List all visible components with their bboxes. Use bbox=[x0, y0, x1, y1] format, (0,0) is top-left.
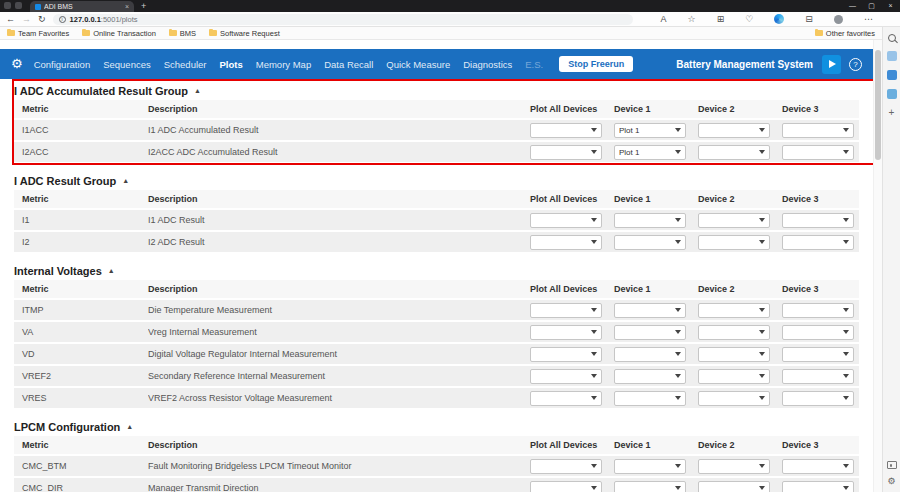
other-favorites[interactable]: Other favorites bbox=[815, 29, 875, 38]
plot-all-devices-dropdown[interactable] bbox=[530, 459, 602, 474]
favorites-bar-item[interactable]: Software Request bbox=[209, 29, 280, 38]
site-info-icon[interactable]: i bbox=[59, 16, 66, 23]
maximize-button[interactable]: ▢ bbox=[862, 0, 881, 12]
chevron-down-icon bbox=[675, 308, 681, 312]
copilot-icon[interactable] bbox=[774, 14, 784, 24]
tab-actions-icon[interactable] bbox=[15, 2, 22, 9]
nav-item-e-s[interactable]: E.S. bbox=[525, 59, 543, 70]
device-3-dropdown[interactable] bbox=[782, 391, 854, 406]
nav-item-plots[interactable]: Plots bbox=[220, 59, 243, 70]
plot-all-devices-dropdown[interactable] bbox=[530, 235, 602, 250]
device-1-dropdown[interactable] bbox=[614, 459, 686, 474]
device-2-dropdown[interactable] bbox=[698, 369, 770, 384]
device-1-dropdown[interactable]: Plot 1 bbox=[614, 145, 686, 160]
favorites-bar-item[interactable]: Online Transaction bbox=[82, 29, 156, 38]
stop-freerun-button[interactable]: Stop Freerun bbox=[559, 56, 633, 72]
workspaces-icon[interactable] bbox=[4, 2, 11, 9]
device-2-dropdown[interactable] bbox=[698, 145, 770, 160]
device-3-dropdown[interactable] bbox=[782, 325, 854, 340]
device-1-dropdown[interactable] bbox=[614, 213, 686, 228]
gear-icon[interactable]: ⚙ bbox=[11, 49, 23, 79]
device-3-dropdown[interactable] bbox=[782, 303, 854, 318]
office-icon[interactable] bbox=[887, 89, 897, 99]
tab-close-icon[interactable]: × bbox=[125, 3, 129, 10]
page-scrollbar[interactable] bbox=[873, 40, 882, 492]
more-icon[interactable]: ⋯ bbox=[864, 14, 873, 24]
plot-all-devices-dropdown[interactable] bbox=[530, 369, 602, 384]
device-2-dropdown[interactable] bbox=[698, 391, 770, 406]
device-3-dropdown[interactable] bbox=[782, 481, 854, 492]
plot-all-devices-dropdown[interactable] bbox=[530, 123, 602, 138]
nav-item-memory-map[interactable]: Memory Map bbox=[256, 59, 311, 70]
device-3-dropdown[interactable] bbox=[782, 347, 854, 362]
back-icon[interactable]: ← bbox=[6, 12, 15, 26]
search-icon[interactable] bbox=[888, 34, 896, 42]
device-1-dropdown[interactable] bbox=[614, 303, 686, 318]
favorites-star-icon[interactable]: ☆ bbox=[688, 14, 696, 24]
new-tab-button[interactable]: + bbox=[141, 0, 146, 12]
plot-all-devices-dropdown[interactable] bbox=[530, 213, 602, 228]
favorites-bar-item[interactable]: Team Favorites bbox=[7, 29, 69, 38]
scrollbar-thumb[interactable] bbox=[875, 50, 881, 160]
bing-icon[interactable] bbox=[887, 70, 897, 80]
device-3-dropdown[interactable] bbox=[782, 123, 854, 138]
nav-item-quick-measure[interactable]: Quick Measure bbox=[386, 59, 450, 70]
profile-avatar[interactable] bbox=[834, 15, 843, 24]
plus-icon[interactable]: + bbox=[889, 108, 895, 118]
device-1-dropdown[interactable] bbox=[614, 481, 686, 492]
minimize-button[interactable]: — bbox=[843, 0, 862, 12]
device-1-dropdown[interactable] bbox=[614, 347, 686, 362]
nav-item-data-recall[interactable]: Data Recall bbox=[324, 59, 373, 70]
nav-item-diagnostics[interactable]: Diagnostics bbox=[463, 59, 512, 70]
device-2-dropdown[interactable] bbox=[698, 235, 770, 250]
device-3-dropdown[interactable] bbox=[782, 213, 854, 228]
collapse-up-icon[interactable]: ▲ bbox=[122, 177, 129, 184]
help-icon[interactable]: ? bbox=[849, 58, 862, 71]
device-1-dropdown[interactable] bbox=[614, 391, 686, 406]
device-2-dropdown[interactable] bbox=[698, 347, 770, 362]
device-1-dropdown[interactable] bbox=[614, 325, 686, 340]
plot-all-devices-dropdown[interactable] bbox=[530, 481, 602, 492]
layers-icon[interactable] bbox=[887, 51, 897, 61]
nav-item-sequences[interactable]: Sequences bbox=[103, 59, 151, 70]
collapse-up-icon[interactable]: ▲ bbox=[108, 267, 115, 274]
device-3-dropdown[interactable] bbox=[782, 459, 854, 474]
favorites-bar-item[interactable]: BMS bbox=[169, 29, 196, 38]
select-cell bbox=[782, 459, 859, 474]
device-1-dropdown[interactable]: Plot 1 bbox=[614, 123, 686, 138]
collections-icon[interactable]: ⊞ bbox=[717, 14, 725, 24]
plot-all-devices-dropdown[interactable] bbox=[530, 325, 602, 340]
device-3-dropdown[interactable] bbox=[782, 145, 854, 160]
device-2-dropdown[interactable] bbox=[698, 123, 770, 138]
device-2-dropdown[interactable] bbox=[698, 303, 770, 318]
plot-all-devices-dropdown[interactable] bbox=[530, 145, 602, 160]
device-2-dropdown[interactable] bbox=[698, 481, 770, 492]
chevron-down-icon bbox=[591, 464, 597, 468]
collapse-up-icon[interactable]: ▲ bbox=[126, 423, 133, 430]
close-button[interactable]: × bbox=[881, 0, 900, 12]
plot-all-devices-dropdown[interactable] bbox=[530, 391, 602, 406]
forward-icon[interactable]: → bbox=[22, 12, 31, 26]
nav-item-configuration[interactable]: Configuration bbox=[34, 59, 91, 70]
collapse-up-icon[interactable]: ▲ bbox=[194, 87, 201, 94]
nav-item-scheduler[interactable]: Scheduler bbox=[164, 59, 207, 70]
device-3-dropdown[interactable] bbox=[782, 369, 854, 384]
chevron-down-icon bbox=[759, 128, 765, 132]
device-2-dropdown[interactable] bbox=[698, 459, 770, 474]
browser-tab[interactable]: ADI BMS × bbox=[30, 1, 134, 12]
device-1-dropdown[interactable] bbox=[614, 235, 686, 250]
refresh-icon[interactable]: ↻ bbox=[38, 12, 46, 26]
screenshot-icon[interactable] bbox=[887, 461, 897, 469]
address-bar[interactable]: i 127.0.0.1:5001/plots bbox=[53, 14, 633, 25]
device-2-dropdown[interactable] bbox=[698, 213, 770, 228]
device-2-dropdown[interactable] bbox=[698, 325, 770, 340]
column-header: Plot All Devices bbox=[530, 104, 614, 114]
split-screen-icon[interactable]: ⊟ bbox=[805, 14, 813, 24]
essentials-icon[interactable]: ♡ bbox=[745, 14, 753, 24]
read-aloud-icon[interactable]: A bbox=[661, 14, 667, 24]
plot-all-devices-dropdown[interactable] bbox=[530, 347, 602, 362]
plot-all-devices-dropdown[interactable] bbox=[530, 303, 602, 318]
settings-icon[interactable]: ⚙ bbox=[887, 477, 895, 486]
device-1-dropdown[interactable] bbox=[614, 369, 686, 384]
device-3-dropdown[interactable] bbox=[782, 235, 854, 250]
